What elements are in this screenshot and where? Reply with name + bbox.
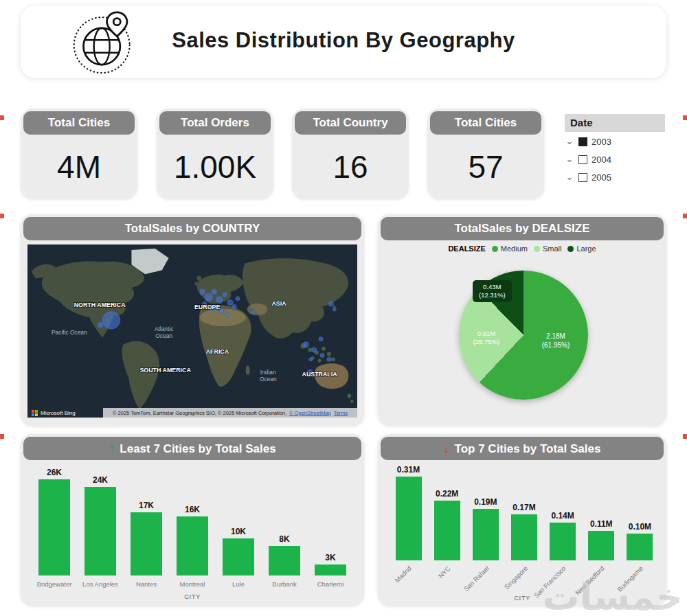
kpi-value: 1.00K [157, 148, 273, 185]
bar-value-label: 24K [75, 475, 126, 485]
map-label-africa: AFRICA [206, 348, 229, 355]
bar-nantes[interactable] [131, 512, 162, 575]
header-card: Sales Distribution By Geography [21, 5, 666, 78]
kpi-label: Total Cities [23, 111, 135, 135]
legend-label: Small [543, 244, 562, 253]
top-cities-title: ↓Top 7 Cities by Total Sales [381, 437, 664, 460]
bar-column: 0.17MSingapore [507, 477, 541, 599]
chevron-down-icon[interactable]: ⌄ [565, 156, 574, 163]
bar-area: 0.22M [430, 477, 464, 560]
kpi-value: 57 [427, 148, 544, 185]
checkbox-2004[interactable] [578, 155, 587, 164]
bar-category-label: Charleroi [317, 580, 344, 588]
microsoft-logo-icon [32, 410, 38, 416]
bar-burlingame[interactable] [627, 534, 653, 560]
openstreetmap-link[interactable]: © OpenStreetMap [289, 410, 331, 416]
bar-area: 8K [263, 479, 306, 575]
bar-nyc[interactable] [434, 501, 460, 560]
bar-lule[interactable] [223, 538, 254, 575]
kpi-value: 4M [21, 148, 137, 185]
bar-column: 24KLos Angeles [79, 479, 122, 588]
pie-label-small: 0.91M (25.75%) [463, 330, 510, 346]
bar-area: 24K [79, 479, 122, 575]
crop-mark [0, 115, 4, 120]
kpi-label: Total Cities [430, 111, 541, 135]
legend-item-medium[interactable]: Medium [492, 244, 528, 253]
bar-value-label: 0.10M [619, 522, 661, 532]
bar-singapore[interactable] [511, 514, 537, 560]
world-map[interactable]: NORTH AMERICA EUROPE ASIA AFRICA SOUTH A… [27, 244, 357, 418]
bar-burbank[interactable] [269, 546, 300, 575]
pie-label-large: 0.43M (12.31%) [473, 280, 512, 302]
map-label-atlantic: Atlantic [155, 326, 173, 332]
pie-value: 0.91M [463, 330, 510, 338]
bar-value-label: 3K [305, 553, 356, 562]
bar-value-label: 10K [213, 527, 264, 536]
bar-value-label: 17K [121, 501, 172, 510]
kpi-card-total-orders: Total Orders 1.00K [157, 109, 273, 199]
bar-area: 16K [171, 479, 214, 575]
panel-title-text: Top 7 Cities by Total Sales [455, 442, 601, 455]
bar-madrid[interactable] [396, 477, 422, 560]
bar-san-francisco[interactable] [550, 523, 576, 560]
bar-value-label: 0.22M [426, 489, 468, 499]
bar-new-bedford[interactable] [588, 531, 614, 560]
dealsize-pie-panel: TotalSales by DEALSIZE DEALSIZE Medium S… [378, 214, 666, 426]
date-slicer-title: Date [565, 114, 665, 132]
legend-dot-small [534, 246, 540, 252]
world-map-graphic: NORTH AMERICA EUROPE ASIA AFRICA SOUTH A… [27, 244, 357, 418]
bar-los-angeles[interactable] [85, 487, 116, 575]
x-axis-label: CITY [21, 593, 364, 600]
date-option-label: 2003 [592, 137, 611, 147]
map-label-australia: AUSTRALIA [302, 371, 338, 378]
bar-category-label: Los Angeles [82, 580, 118, 588]
bar-category-label: Madrid [394, 564, 413, 584]
bar-area: 0.17M [507, 477, 541, 560]
date-option-2005[interactable]: ⌄ 2005 [565, 169, 668, 185]
date-option-2003[interactable]: ⌄ 2003 [565, 133, 668, 150]
bing-attribution: Microsoft Bing [27, 408, 80, 418]
panel-title-text: Least 7 Cities by Total Sales [120, 442, 275, 455]
least-cities-panel: ↑Least 7 Cities by Total Sales 26KBridge… [21, 434, 364, 606]
chevron-down-icon[interactable]: ⌄ [565, 138, 574, 145]
bar-charleroi[interactable] [315, 564, 346, 575]
bar-area: 0.10M [623, 477, 657, 560]
map-label-pacific-ocean: Pacific Ocean [52, 329, 87, 336]
pie-label-medium: 2.18M (61.95%) [526, 332, 585, 350]
map-provider-label: Microsoft Bing [41, 410, 76, 416]
date-option-2004[interactable]: ⌄ 2004 [565, 151, 668, 168]
bar-category-label: Nantes [136, 580, 157, 588]
bar-column: 16KMontreal [171, 479, 214, 588]
watermark: خمسات [542, 575, 683, 616]
checkbox-2005[interactable] [578, 173, 587, 182]
bar-category-label: Singapore [502, 564, 528, 591]
kpi-card-total-cities-2: Total Cities 57 [427, 109, 544, 199]
checkbox-2003[interactable] [578, 137, 587, 146]
bar-column: 10KLule [217, 479, 260, 588]
pie-percent: (12.31%) [479, 291, 506, 299]
bar-value-label: 0.11M [581, 519, 622, 529]
legend-item-small[interactable]: Small [534, 244, 562, 253]
bar-bridgewater[interactable] [38, 479, 70, 575]
map-label-asia: ASIA [271, 300, 286, 307]
bar-category-wrap: San Rafael [469, 560, 502, 599]
chevron-down-icon[interactable]: ⌄ [565, 174, 574, 181]
legend-title: DEALSIZE [448, 244, 485, 253]
map-label-north-america: NORTH AMERICA [74, 301, 126, 308]
dealsize-pie[interactable]: 0.43M (12.31%) 0.91M (25.75%) 2.18M (61.… [459, 271, 588, 400]
bar-column: 17KNantes [125, 479, 168, 588]
legend-item-large[interactable]: Large [567, 244, 596, 253]
page-title: Sales Distribution By Geography [21, 28, 666, 53]
down-arrow-icon: ↓ [444, 442, 450, 455]
bar-value-label: 0.17M [503, 503, 545, 512]
up-arrow-icon: ↑ [109, 442, 115, 455]
bar-montreal[interactable] [177, 516, 208, 575]
bar-san-rafael[interactable] [473, 509, 499, 560]
bar-value-label: 0.31M [387, 465, 429, 475]
terms-link[interactable]: Terms [334, 410, 348, 416]
pie-value: 2.18M [526, 332, 585, 341]
kpi-value: 16 [292, 148, 409, 185]
bar-category-label: Burbank [272, 580, 296, 588]
bar-category-label: Bridgewater [37, 580, 72, 588]
bar-column: 0.31MMadrid [392, 477, 425, 599]
